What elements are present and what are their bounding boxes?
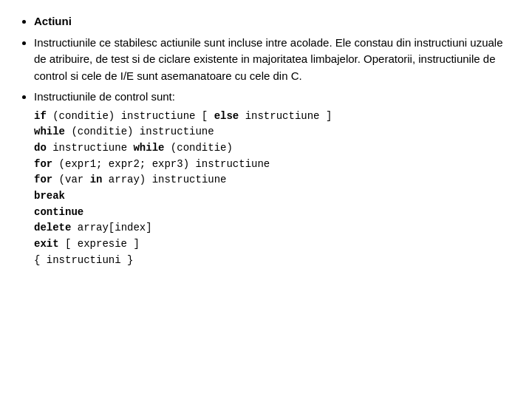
bullet-3: Instructiunile de control sunt: if (cond…: [34, 89, 514, 268]
bullet-2: Instructiunile ce stabilesc actiunile su…: [34, 35, 514, 85]
code-line: for (var in array) instructiune: [34, 172, 514, 188]
code-line: delete array[index]: [34, 220, 514, 236]
main-list: Actiuni Instructiunile ce stabilesc acti…: [18, 13, 514, 268]
code-line: continue: [34, 205, 514, 221]
code-line: if (conditie) instructiune [ else instru…: [34, 109, 514, 125]
bullet-1-text: Actiuni: [34, 15, 72, 27]
code-line: exit [ expresie ]: [34, 236, 514, 253]
code-block: if (conditie) instructiune [ else instru…: [34, 109, 514, 269]
bullet-1: Actiuni: [34, 13, 514, 30]
code-line: while (conditie) instructiune: [34, 124, 514, 140]
code-line: for (expr1; expr2; expr3) instructiune: [34, 157, 514, 173]
code-line: { instructiuni }: [34, 253, 514, 269]
code-line: do instructiune while (conditie): [34, 140, 514, 157]
bullet-2-text: Instructiunile ce stabilesc actiunile su…: [34, 36, 503, 82]
code-line: break: [34, 188, 514, 205]
bullet-3-text: Instructiunile de control sunt:: [34, 90, 175, 103]
